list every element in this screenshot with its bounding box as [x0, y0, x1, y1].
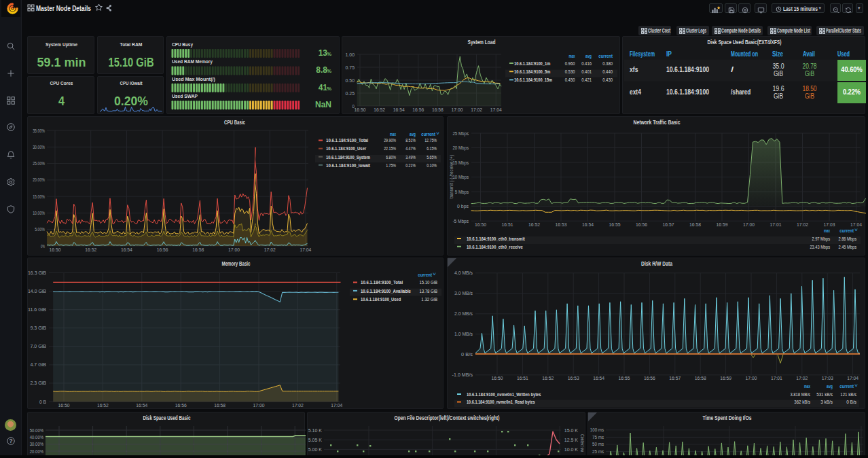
svg-text:4: 4	[58, 94, 65, 108]
svg-text:1.00: 1.00	[346, 52, 355, 58]
svg-text:30.00%: 30.00%	[33, 144, 45, 150]
svg-text:8.51%: 8.51%	[405, 137, 416, 143]
svg-text:4.0 MB/s: 4.0 MB/s	[454, 270, 473, 276]
svg-text:CPU Basic: CPU Basic	[224, 119, 245, 126]
svg-text:Memory Basic: Memory Basic	[222, 260, 251, 267]
svg-text:0.960: 0.960	[565, 60, 575, 67]
svg-text:16:52: 16:52	[528, 222, 540, 228]
svg-text:%: %	[327, 68, 331, 74]
svg-text:16:55: 16:55	[609, 222, 621, 228]
svg-text:Total RAM: Total RAM	[120, 41, 143, 48]
svg-text:2.45 Mbps: 2.45 Mbps	[838, 244, 856, 250]
svg-text:1.75%: 1.75%	[386, 162, 396, 169]
svg-text:0.421: 0.421	[581, 77, 592, 83]
svg-text:Compute Node Details: Compute Node Details	[721, 27, 761, 34]
svg-text:16:59: 16:59	[720, 375, 731, 381]
svg-text:˅: ˅	[436, 131, 439, 136]
svg-text:Used Max Mount(/): Used Max Mount(/)	[172, 76, 215, 82]
svg-text:9.3 GiB: 9.3 GiB	[30, 325, 46, 331]
svg-text:16:58: 16:58	[214, 402, 225, 408]
svg-text:max: max	[824, 228, 830, 234]
svg-text:10.6.1.184:9100_Used: 10.6.1.184:9100_Used	[361, 296, 401, 302]
svg-text:16:56: 16:56	[636, 222, 647, 228]
svg-text:10.6.1.184:9100_Total: 10.6.1.184:9100_Total	[326, 137, 368, 143]
svg-text:16:56: 16:56	[412, 107, 424, 113]
svg-text:GiB: GiB	[805, 70, 814, 77]
svg-text:15.10 GiB: 15.10 GiB	[109, 55, 154, 69]
svg-text:10.6.1.184:9100_1m: 10.6.1.184:9100_1m	[514, 60, 550, 67]
svg-text:avg: avg	[585, 53, 592, 59]
svg-text:12.75%: 12.75%	[424, 137, 437, 143]
svg-text:NaN: NaN	[315, 100, 331, 109]
svg-text:0.430: 0.430	[602, 77, 613, 83]
svg-text:current: current	[839, 228, 854, 234]
svg-text:16:54: 16:54	[136, 402, 147, 408]
svg-text:10.6.1.184:9100_nvme0n1_Read b: 10.6.1.184:9100_nvme0n1_Read bytes	[467, 399, 535, 405]
svg-text:100 ms: 100 ms	[590, 427, 604, 433]
svg-text:17:00: 17:00	[452, 107, 463, 113]
svg-text:%: %	[327, 51, 331, 57]
svg-text:Avail: Avail	[803, 50, 815, 58]
svg-text:transmit (-) /receive (+): transmit (-) /receive (+)	[449, 155, 454, 198]
svg-text:23.43 Mbps: 23.43 Mbps	[810, 244, 830, 250]
svg-text:16:54: 16:54	[121, 247, 132, 253]
svg-text:16:50: 16:50	[355, 107, 366, 113]
svg-text:0.21%: 0.21%	[405, 162, 416, 169]
svg-text:17:02: 17:02	[292, 402, 304, 408]
svg-text:25.00%: 25.00%	[33, 160, 45, 166]
svg-text:10 Mbps: 10 Mbps	[452, 174, 469, 180]
svg-text:2.3 GiB: 2.3 GiB	[30, 380, 46, 386]
svg-text:5.65%: 5.65%	[427, 154, 437, 160]
svg-text:IP: IP	[666, 50, 672, 58]
svg-text:0.416: 0.416	[581, 60, 592, 67]
svg-text:5.00 K: 5.00 K	[308, 446, 322, 453]
svg-text:10.6.1.184:9100_15m: 10.6.1.184:9100_15m	[514, 77, 552, 83]
svg-text:59.1 min: 59.1 min	[37, 55, 86, 69]
svg-text:17:04: 17:04	[490, 107, 502, 113]
svg-text:/: /	[731, 66, 734, 73]
svg-text:Last 15 minutes: Last 15 minutes	[783, 5, 818, 12]
svg-text:Open File Descriptor(left)/Con: Open File Descriptor(left)/Context switc…	[395, 415, 500, 421]
svg-text:6.15%: 6.15%	[427, 145, 437, 152]
svg-text:16:50: 16:50	[50, 247, 61, 253]
svg-text:CPU Cores: CPU Cores	[50, 80, 73, 86]
svg-text:10.6.1.184:9100_eth0_transmit: 10.6.1.184:9100_eth0_transmit	[467, 236, 525, 242]
svg-text:10.0 K: 10.0 K	[564, 446, 578, 453]
svg-text:Cluster Logs: Cluster Logs	[686, 27, 706, 34]
svg-text:Disk Space Used Basic(EXT4/XFS: Disk Space Used Basic(EXT4/XFS)	[708, 39, 782, 46]
svg-text:ParallelCluster Stats: ParallelCluster Stats	[826, 27, 861, 34]
svg-text:10.6.1.184:9100_Avaliable: 10.6.1.184:9100_Avaliable	[361, 288, 411, 294]
svg-text:16:54: 16:54	[582, 222, 594, 228]
svg-text:Network Traffic Basic: Network Traffic Basic	[634, 119, 681, 126]
svg-text:0 bps: 0 bps	[457, 203, 469, 209]
svg-text:16:51: 16:51	[502, 222, 513, 228]
svg-text:Disk R/W Data: Disk R/W Data	[641, 260, 672, 267]
svg-text:Filesystem: Filesystem	[630, 50, 655, 58]
svg-text:current: current	[421, 131, 435, 137]
svg-text:0 B/s: 0 B/s	[846, 399, 856, 405]
svg-text:Mounted on: Mounted on	[731, 50, 758, 58]
svg-text:10.6.1.184:9100_eth0_receive: 10.6.1.184:9100_eth0_receive	[467, 244, 523, 250]
svg-text:˅: ˅	[854, 383, 858, 388]
svg-text:2.97 Mbps: 2.97 Mbps	[812, 236, 830, 242]
svg-text:16:56: 16:56	[175, 402, 187, 408]
svg-text:0.22%: 0.22%	[843, 88, 861, 96]
svg-text:Used: Used	[837, 50, 850, 58]
svg-text:20.78: 20.78	[803, 63, 817, 70]
svg-text:0.440: 0.440	[602, 69, 613, 75]
svg-text:ext4: ext4	[630, 88, 641, 96]
svg-text:0.25: 0.25	[346, 90, 355, 96]
svg-text:17:02: 17:02	[471, 107, 482, 113]
svg-text:16:52: 16:52	[374, 107, 385, 113]
svg-text:20.00%: 20.00%	[30, 448, 43, 455]
svg-text:2.86 Mbps: 2.86 Mbps	[838, 236, 856, 242]
svg-text:20.00%: 20.00%	[33, 177, 45, 183]
svg-text:16:52: 16:52	[97, 402, 109, 408]
svg-text:50.00%: 50.00%	[30, 427, 43, 434]
svg-text:16:50: 16:50	[58, 402, 70, 408]
svg-text:0.530: 0.530	[565, 69, 575, 75]
svg-text:5.05 K: 5.05 K	[308, 437, 322, 443]
svg-text:5.10 K: 5.10 K	[308, 427, 322, 434]
svg-text:-5 Mbps: -5 Mbps	[452, 218, 469, 224]
svg-text:16:54: 16:54	[593, 375, 604, 381]
